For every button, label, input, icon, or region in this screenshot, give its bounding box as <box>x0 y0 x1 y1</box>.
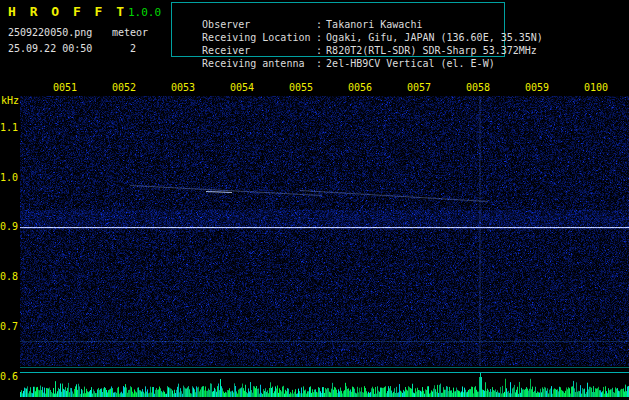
time-axis-label: 0058 <box>465 82 491 93</box>
freq-axis-unit-label: kHz <box>1 95 19 106</box>
info-separator: : <box>316 18 326 31</box>
time-axis-label: 0100 <box>583 82 609 93</box>
freq-axis-label: 0.6 <box>0 371 17 382</box>
freq-axis-label: 1.1 <box>0 122 17 133</box>
time-axis-label: 0051 <box>52 82 78 93</box>
info-separator: : <box>316 57 326 70</box>
info-label: Receiving antenna <box>202 57 316 70</box>
freq-axis-label: 1.0 <box>0 172 17 183</box>
time-axis-label: 0059 <box>524 82 550 93</box>
time-axis-label: 0052 <box>111 82 137 93</box>
info-separator: : <box>316 44 326 57</box>
app-title: H R O F F T <box>8 4 127 19</box>
info-value: R820T2(RTL-SDR) SDR-Sharp 53.372MHz <box>326 45 537 56</box>
info-row-observer: Observer:Takanori Kawachi <box>178 5 504 18</box>
info-label: Receiver <box>202 44 316 57</box>
app-version-label: 1.0.0 <box>128 6 161 19</box>
info-label: Observer <box>202 18 316 31</box>
level-plot-canvas <box>20 366 629 399</box>
freq-axis-label: 0.9 <box>0 221 17 232</box>
observer-info-box: Observer:Takanori Kawachi Receiving Loca… <box>171 2 505 57</box>
info-value: Ogaki, Gifu, JAPAN (136.60E, 35.35N) <box>326 32 543 43</box>
time-axis-label: 0056 <box>347 82 373 93</box>
time-axis-label: 0054 <box>229 82 255 93</box>
datetime-label: 25.09.22 00:50 <box>8 43 92 54</box>
info-value: 2el-HB9CV Vertical (el. E-W) <box>326 58 495 69</box>
time-axis-label: 0055 <box>288 82 314 93</box>
spectrogram-canvas <box>20 96 629 367</box>
echo-count-label: 2 <box>130 43 136 54</box>
output-filename-label: 2509220050.png <box>8 27 92 38</box>
mode-label: meteor <box>112 27 148 38</box>
info-value: Takanori Kawachi <box>326 19 422 30</box>
time-axis-label: 0053 <box>170 82 196 93</box>
info-label: Receiving Location <box>202 31 316 44</box>
freq-axis-label: 0.7 <box>0 321 17 332</box>
freq-axis-label: 0.8 <box>0 271 17 282</box>
time-axis-label: 0057 <box>406 82 432 93</box>
info-separator: : <box>316 31 326 44</box>
